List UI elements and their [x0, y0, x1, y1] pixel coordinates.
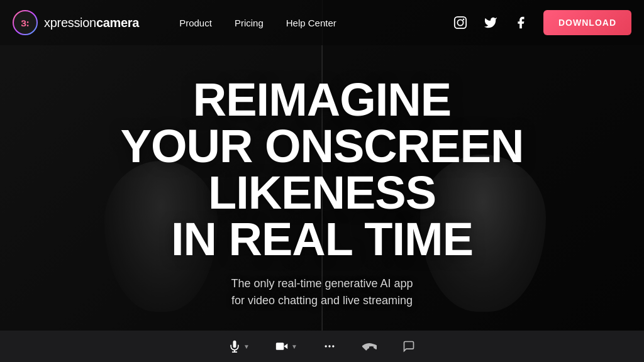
svg-point-9	[332, 345, 334, 347]
taskbar-more[interactable]	[323, 340, 336, 353]
nav-links: Product Pricing Help Center	[170, 13, 444, 33]
subtext-line1: The only real-time generative AI app	[231, 277, 413, 290]
hero-subtext: The only real-time generative AI app for…	[39, 275, 605, 309]
camera-chevron: ▼	[291, 343, 297, 350]
headline-line2: YOUR ONSCREEN LIKENESS	[121, 120, 524, 219]
mic-chevron: ▼	[243, 343, 250, 350]
nav-pricing[interactable]: Pricing	[226, 13, 272, 33]
taskbar-chat[interactable]	[402, 340, 416, 353]
mic-icon	[228, 340, 241, 353]
chat-icon	[402, 340, 416, 353]
svg-point-3	[457, 19, 463, 25]
svg-rect-2	[455, 17, 466, 28]
download-button[interactable]: DOWNLOAD	[543, 10, 631, 35]
nav-product[interactable]: Product	[170, 13, 221, 33]
taskbar-camera[interactable]: ▼	[275, 340, 297, 353]
end-call-icon	[362, 340, 377, 353]
taskbar-mic[interactable]: ▼	[228, 340, 250, 353]
navbar: ɜ: xpressioncamera Product Pricing Help …	[0, 0, 644, 45]
headline-line3: IN REAL TIME	[171, 213, 473, 265]
hero-content: REIMAGINE YOUR ONSCREEN LIKENESS IN REAL…	[39, 77, 605, 309]
subtext-line2: for video chatting and live streaming	[231, 294, 413, 307]
svg-point-4	[463, 19, 465, 21]
svg-marker-5	[284, 344, 287, 349]
more-icon	[323, 340, 336, 353]
twitter-icon[interactable]	[480, 13, 501, 33]
taskbar: ▼ ▼	[0, 331, 644, 362]
instagram-icon[interactable]	[450, 13, 470, 33]
facebook-icon[interactable]	[511, 13, 531, 33]
social-icons	[450, 13, 531, 33]
logo-icon: ɜ:	[13, 10, 38, 35]
camera-icon	[275, 340, 289, 353]
svg-point-8	[328, 345, 330, 347]
svg-text:ɜ:: ɜ:	[21, 18, 29, 28]
nav-help[interactable]: Help Center	[277, 13, 345, 33]
taskbar-end-call[interactable]	[362, 340, 377, 353]
svg-rect-6	[276, 343, 284, 350]
svg-point-7	[325, 345, 326, 347]
logo[interactable]: ɜ: xpressioncamera	[13, 10, 139, 35]
hero-headline: REIMAGINE YOUR ONSCREEN LIKENESS IN REAL…	[39, 77, 605, 263]
headline-line1: REIMAGINE	[193, 74, 451, 126]
logo-text: xpressioncamera	[44, 16, 139, 30]
